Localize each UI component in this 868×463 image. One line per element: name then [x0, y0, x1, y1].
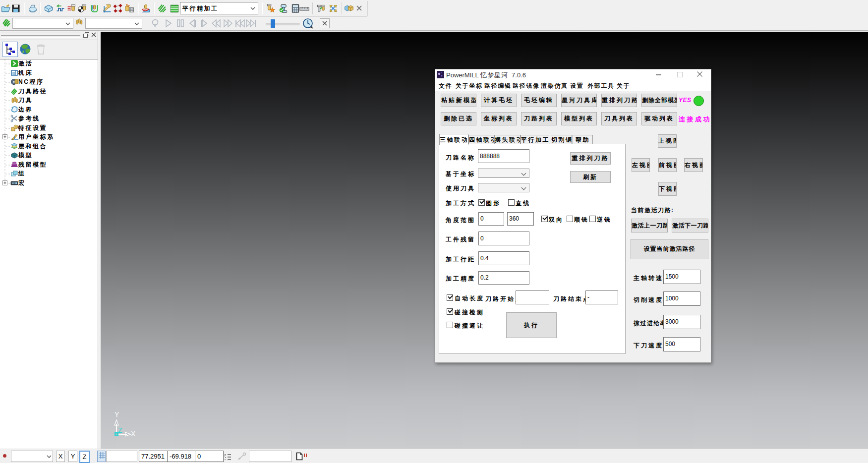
svg-text:MAC: MAC: [12, 182, 16, 184]
svg-text:Y: Y: [115, 410, 119, 418]
svg-text:X: X: [131, 430, 136, 438]
svg-text:Z: Z: [118, 426, 122, 434]
